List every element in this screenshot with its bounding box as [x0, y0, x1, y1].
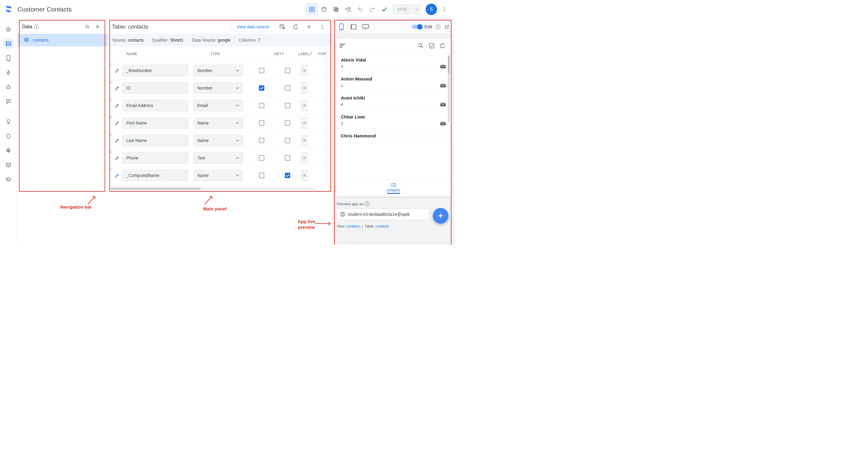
phone-refresh-icon[interactable] [437, 43, 448, 49]
edit-pencil-icon[interactable] [112, 121, 122, 125]
column-name-field[interactable]: Last Name [122, 135, 188, 146]
main-kebab-icon[interactable] [316, 21, 328, 33]
contact-card[interactable]: Aumi Ichiki 4 [336, 91, 451, 110]
contact-card[interactable]: Chris Hammond [336, 129, 451, 144]
checkmark-icon[interactable] [378, 3, 390, 15]
help-icon[interactable]: ? [318, 3, 330, 15]
kebab-menu-icon[interactable] [438, 7, 450, 12]
phone-bottom-nav[interactable]: contacts [336, 180, 451, 196]
sort-icon[interactable] [339, 43, 346, 49]
label-checkbox[interactable] [285, 120, 290, 126]
column-name-field[interactable]: Email Address [122, 100, 188, 111]
edit-pencil-icon[interactable] [112, 68, 122, 73]
add-column-icon[interactable] [303, 21, 315, 33]
info-icon[interactable]: i [365, 201, 370, 206]
formula-field[interactable]: = [301, 170, 308, 181]
column-type-select[interactable]: Number [193, 65, 243, 76]
edit-pencil-icon[interactable] [112, 138, 122, 143]
device-tablet-icon[interactable] [347, 22, 360, 32]
formula-field[interactable]: = [301, 135, 308, 146]
spreadsheet-icon[interactable] [330, 3, 342, 15]
column-name-field[interactable]: Phone [122, 152, 188, 164]
preview-info-icon[interactable]: i [433, 24, 442, 29]
contact-card[interactable]: Alexis Vidal 3 [336, 53, 451, 72]
envelope-icon[interactable] [440, 84, 446, 88]
rail-learn-icon[interactable] [3, 174, 14, 185]
column-name-field[interactable]: _RowNumber [122, 65, 188, 76]
envelope-icon[interactable] [440, 64, 446, 69]
column-type-select[interactable]: Name [193, 117, 243, 129]
nav-search-icon[interactable] [82, 22, 93, 32]
formula-field[interactable]: = [301, 65, 308, 76]
preview-as-input[interactable]: student-03-deddad6c5a1e@qwik [337, 209, 429, 220]
column-type-select[interactable]: Number [193, 82, 243, 94]
edit-toggle[interactable] [412, 25, 422, 29]
rail-automation-icon[interactable] [3, 67, 14, 79]
contact-card[interactable]: Chloe Liow 2 [336, 110, 451, 129]
label-checkbox[interactable] [285, 138, 290, 143]
key-checkbox[interactable] [259, 138, 264, 143]
edit-pencil-icon[interactable] [112, 86, 122, 90]
rail-chat-icon[interactable] [3, 96, 14, 107]
envelope-icon[interactable] [440, 122, 446, 126]
scrollbar-thumb[interactable] [110, 187, 201, 190]
key-checkbox[interactable] [259, 68, 264, 73]
open-external-icon[interactable] [442, 24, 452, 29]
formula-field[interactable]: = [301, 152, 308, 164]
label-checkbox[interactable] [285, 155, 290, 161]
rail-settings-icon[interactable] [3, 145, 14, 156]
key-checkbox[interactable] [259, 85, 264, 91]
column-name-field[interactable]: _ComputedName [122, 170, 188, 181]
column-type-select[interactable]: Email [193, 100, 243, 111]
rail-bot-icon[interactable] [3, 82, 14, 93]
edit-pencil-icon[interactable] [112, 103, 122, 108]
rail-intelligence-icon[interactable] [3, 116, 14, 127]
label-checkbox[interactable] [285, 103, 290, 108]
edit-pencil-icon[interactable] [112, 156, 122, 160]
column-name-field[interactable]: First Name [122, 117, 188, 129]
formula-field[interactable]: = [301, 117, 308, 129]
user-avatar[interactable]: S [426, 4, 437, 15]
phone-select-icon[interactable] [426, 43, 437, 49]
footer-table-link[interactable]: contacts [375, 224, 389, 228]
info-icon[interactable]: i [34, 24, 39, 29]
formula-field[interactable]: = [301, 100, 308, 111]
column-type-select[interactable]: Text [193, 152, 243, 164]
key-checkbox[interactable] [259, 155, 264, 161]
refresh-icon[interactable] [290, 21, 301, 33]
rail-data-icon[interactable] [3, 38, 14, 50]
contact-card[interactable]: Anton Masood 1 [336, 72, 451, 91]
formula-field[interactable]: = [301, 82, 308, 94]
save-button[interactable]: SAVE [392, 4, 412, 15]
rail-home-icon[interactable] [3, 24, 14, 35]
label-checkbox[interactable] [285, 68, 290, 73]
preview-toggle-icon[interactable] [306, 3, 318, 15]
add-person-icon[interactable] [342, 3, 354, 15]
label-checkbox[interactable] [285, 85, 290, 91]
envelope-icon[interactable] [440, 102, 446, 107]
device-desktop-icon[interactable] [360, 22, 372, 32]
key-checkbox[interactable] [259, 173, 264, 178]
redo-icon[interactable] [366, 3, 378, 15]
column-name-field[interactable]: ID [122, 82, 188, 94]
view-data-source-button[interactable]: View data source [231, 22, 275, 32]
edit-pencil-icon[interactable] [112, 173, 122, 178]
label-checkbox[interactable] [285, 173, 290, 178]
phone-list[interactable]: Alexis Vidal 3 Anton Masood 1 Aumi Ichik… [336, 53, 451, 180]
device-phone-icon[interactable] [336, 22, 347, 32]
column-type-select[interactable]: Name [193, 170, 243, 181]
nav-add-icon[interactable] [93, 22, 103, 32]
horizontal-scrollbar[interactable] [110, 187, 315, 190]
nav-item-contacts[interactable]: contacts [17, 34, 107, 46]
column-type-select[interactable]: Name [193, 135, 243, 146]
phone-search-icon[interactable] [415, 43, 426, 49]
save-dropdown-caret[interactable] [413, 4, 421, 15]
rail-ux-icon[interactable] [3, 53, 14, 64]
key-checkbox[interactable] [259, 120, 264, 126]
regenerate-schema-icon[interactable] [277, 21, 288, 33]
rail-manage-icon[interactable] [3, 159, 14, 171]
rail-security-icon[interactable] [3, 130, 14, 142]
key-checkbox[interactable] [259, 103, 264, 108]
footer-view-link[interactable]: contacts [346, 224, 360, 228]
undo-icon[interactable] [354, 3, 366, 15]
